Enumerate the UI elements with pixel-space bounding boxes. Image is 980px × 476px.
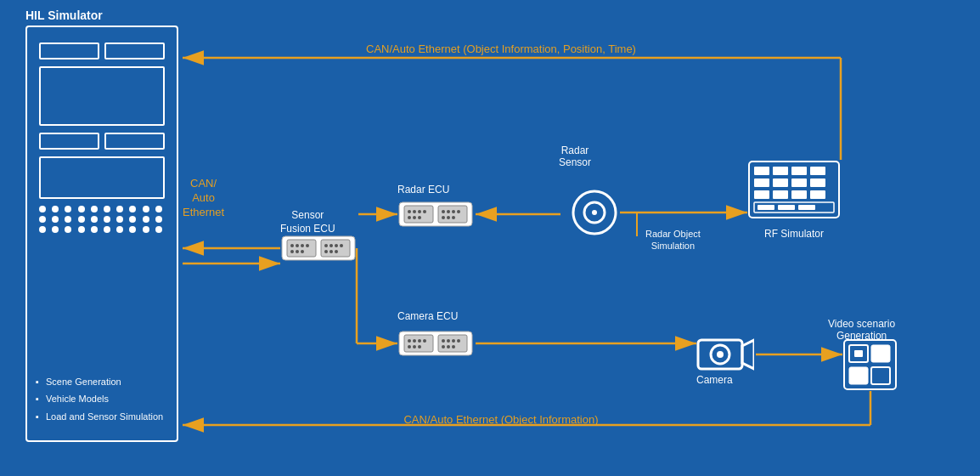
dot — [65, 226, 71, 233]
svg-rect-19 — [438, 206, 467, 223]
svg-point-20 — [408, 210, 411, 213]
svg-point-50 — [452, 345, 455, 348]
svg-point-28 — [447, 210, 450, 213]
svg-point-73 — [717, 351, 724, 358]
svg-rect-55 — [754, 167, 769, 175]
svg-point-12 — [335, 244, 338, 247]
dot — [52, 216, 59, 223]
svg-point-32 — [447, 216, 450, 219]
dot — [129, 216, 136, 223]
svg-point-8 — [296, 250, 299, 253]
svg-point-42 — [413, 345, 416, 348]
svg-rect-57 — [791, 167, 807, 175]
radar-obj-sim-label: Radar ObjectSimulation — [645, 228, 701, 252]
svg-rect-69 — [778, 205, 795, 210]
hil-simulator-box: Scene Generation Vehicle Models Load and… — [25, 26, 178, 442]
drive-slot-3 — [39, 133, 99, 150]
svg-rect-58 — [810, 167, 825, 175]
dot — [143, 206, 149, 212]
svg-point-29 — [452, 210, 455, 213]
svg-rect-65 — [791, 190, 807, 199]
dot — [39, 226, 46, 233]
camera-icon — [696, 333, 754, 379]
tower-panel-medium — [39, 156, 165, 199]
dot — [104, 206, 110, 212]
svg-point-27 — [442, 210, 445, 213]
svg-point-13 — [340, 244, 343, 247]
svg-rect-66 — [810, 190, 825, 199]
svg-rect-70 — [798, 205, 815, 210]
svg-point-33 — [452, 216, 455, 219]
sensor-fusion-connector — [280, 235, 357, 265]
svg-point-9 — [301, 250, 304, 253]
tower-illustration — [27, 27, 177, 289]
radar-sensor-icon — [571, 189, 618, 240]
svg-rect-2 — [321, 240, 350, 257]
can-top-label: CAN/Auto Ethernet (Object Information, P… — [212, 42, 790, 55]
svg-rect-61 — [791, 178, 807, 187]
radar-ecu-connector — [397, 201, 474, 231]
svg-point-41 — [408, 345, 411, 348]
dot — [78, 226, 85, 233]
drive-slots-mid — [39, 133, 165, 150]
dot — [155, 226, 162, 233]
dot — [39, 216, 46, 223]
svg-point-25 — [413, 216, 416, 219]
dot — [143, 226, 149, 233]
drive-slot-1 — [39, 42, 99, 60]
svg-point-3 — [290, 244, 294, 247]
svg-point-23 — [423, 210, 426, 213]
svg-point-40 — [423, 339, 426, 343]
svg-rect-36 — [438, 335, 467, 352]
dot — [78, 206, 85, 212]
dot — [39, 206, 46, 212]
svg-point-5 — [301, 244, 304, 247]
svg-rect-80 — [854, 350, 863, 357]
svg-point-48 — [442, 345, 445, 348]
svg-point-53 — [592, 210, 597, 215]
svg-rect-78 — [849, 367, 868, 384]
svg-point-47 — [457, 339, 460, 343]
svg-point-21 — [413, 210, 416, 213]
svg-rect-60 — [773, 178, 788, 187]
dot — [65, 216, 71, 223]
can-bottom-label: CAN/Auto Ethernet (Object Information) — [212, 413, 790, 426]
dot — [116, 216, 123, 223]
svg-point-11 — [329, 244, 333, 247]
svg-point-45 — [447, 339, 450, 343]
dot — [155, 206, 162, 212]
sensor-fusion-label: SensorFusion ECU — [280, 209, 335, 235]
dot — [52, 206, 59, 212]
svg-point-22 — [418, 210, 421, 213]
svg-point-44 — [442, 339, 445, 343]
rf-simulator-label: RF Simulator — [764, 228, 824, 240]
dot — [129, 226, 136, 233]
dot — [116, 226, 123, 233]
svg-point-30 — [457, 210, 460, 213]
svg-point-16 — [335, 250, 338, 253]
svg-rect-64 — [773, 190, 788, 199]
svg-rect-77 — [871, 345, 890, 362]
camera-ecu-label: Camera ECU — [397, 310, 458, 322]
hil-title: HIL Simulator — [25, 8, 103, 22]
svg-rect-68 — [758, 205, 774, 210]
svg-rect-56 — [773, 167, 788, 175]
svg-point-4 — [296, 244, 299, 247]
svg-rect-63 — [754, 190, 769, 199]
tower-panel-large — [39, 66, 165, 126]
video-gen-icon — [842, 338, 898, 394]
dot — [91, 206, 98, 212]
drive-slot-2 — [104, 42, 165, 60]
tower-dots — [39, 206, 165, 274]
hil-feature-list: Scene Generation Vehicle Models Load and… — [36, 376, 168, 428]
svg-point-7 — [290, 250, 294, 253]
svg-point-14 — [324, 250, 328, 253]
svg-point-46 — [452, 339, 455, 343]
hil-list-item-1: Scene Generation — [36, 376, 168, 388]
svg-rect-35 — [404, 335, 433, 352]
svg-rect-79 — [871, 367, 890, 384]
hil-list-item-3: Load and Sensor Simulation — [36, 411, 168, 422]
dot — [129, 206, 136, 212]
svg-point-49 — [447, 345, 450, 348]
dot — [104, 216, 110, 223]
